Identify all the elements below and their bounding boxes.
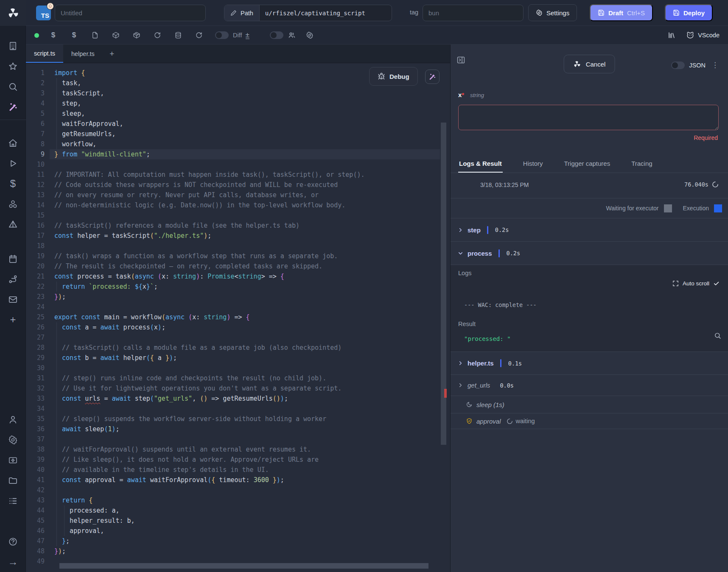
home-icon[interactable] (0, 133, 26, 153)
ai-wand-button[interactable] (425, 70, 440, 84)
dollar2-icon[interactable]: $ (64, 31, 84, 39)
add-tab-button[interactable]: + (103, 45, 121, 63)
package-icon[interactable] (105, 31, 126, 39)
run-header-row[interactable]: 3/18, 03:13:25 PM 76.040s (451, 173, 728, 198)
plus-minus-icon[interactable]: ± (246, 31, 249, 39)
gear-icon[interactable] (0, 430, 26, 450)
cubes-icon[interactable] (0, 194, 26, 214)
windmill-logo[interactable] (0, 0, 26, 26)
diff-toggle[interactable] (215, 31, 229, 39)
code-line-33[interactable]: 33 const urls = await step("get_urls", (… (26, 393, 440, 404)
code-line-9[interactable]: 9} from "windmill-client"; (26, 149, 440, 159)
code-line-16[interactable]: 16// taskScript() references a module fi… (26, 220, 440, 231)
code-line-23[interactable]: 23}); (26, 292, 440, 302)
code-line-18[interactable]: 18 (26, 241, 440, 251)
code-line-11[interactable]: 11// IMPORTANT: All computation must hap… (26, 170, 440, 180)
code-line-24[interactable]: 24 (26, 302, 440, 312)
settings-button[interactable]: Settings (528, 4, 577, 21)
code-editor[interactable]: 1import {2 task,3 taskScript,4 step,5 sl… (26, 63, 450, 572)
code-line-7[interactable]: 7 getResumeUrls, (26, 129, 440, 139)
code-line-14[interactable]: 14// non-deterministic logic (e.g. Date.… (26, 200, 440, 210)
code-line-39[interactable]: 39 // Like sleep(), it does not hold a w… (26, 455, 440, 465)
plus-icon[interactable]: + (0, 310, 26, 330)
script-name-input[interactable] (55, 5, 206, 21)
code-line-42[interactable]: 42 (26, 485, 440, 495)
help-icon[interactable] (0, 531, 26, 552)
json-toggle[interactable] (671, 61, 685, 69)
code-line-34[interactable]: 34 (26, 404, 440, 414)
code-line-13[interactable]: 13// on every resume or retry. Never put… (26, 190, 440, 200)
code-line-32[interactable]: 32 // Use it for lightweight operations … (26, 383, 440, 393)
file-icon[interactable] (84, 31, 105, 39)
code-line-12[interactable]: 12// Code outside these wrappers is NOT … (26, 180, 440, 190)
timeline-row-sleep[interactable]: sleep (1s) (451, 396, 728, 413)
collab-toggle[interactable] (270, 31, 283, 39)
timeline-row-approval[interactable]: approval waiting (451, 413, 728, 429)
timeline-row-step[interactable]: step 0.2s (451, 218, 728, 242)
code-line-41[interactable]: 41 const approval = await waitForApprova… (26, 475, 440, 485)
timeline-row-helper[interactable]: helper.ts 0.1s (451, 352, 728, 375)
code-line-5[interactable]: 5 sleep, (26, 109, 440, 119)
code-line-10[interactable]: 10 (26, 159, 440, 170)
code-line-22[interactable]: 22 return `processed: ${x}`; (26, 282, 440, 292)
code-line-26[interactable]: 26 const a = await process(x); (26, 322, 440, 332)
cycle-icon[interactable] (147, 31, 168, 39)
chevron-right-icon[interactable] (457, 360, 464, 366)
calendar-icon[interactable] (0, 248, 26, 269)
code-line-30[interactable]: 30 (26, 363, 440, 373)
dollar-icon[interactable]: $ (0, 173, 26, 194)
arrow-right-icon[interactable]: → (0, 552, 26, 572)
worker-icon[interactable] (0, 450, 26, 470)
chevron-down-icon[interactable] (457, 250, 464, 257)
debug-button[interactable]: Debug (369, 67, 418, 86)
gear-icon[interactable] (300, 31, 319, 39)
pyramid-icon[interactable] (0, 214, 26, 234)
code-line-35[interactable]: 35 // sleep() suspends the workflow serv… (26, 414, 440, 424)
code-line-17[interactable]: 17const helper = taskScript("./helper.ts… (26, 231, 440, 241)
code-line-47[interactable]: 47 }; (26, 536, 440, 546)
tab-script-ts[interactable]: script.ts (26, 45, 63, 63)
draft-button[interactable]: Draft Ctrl+S (590, 4, 653, 21)
library-icon[interactable] (668, 31, 675, 39)
star-icon[interactable] (0, 56, 26, 76)
arg-x-input[interactable] (458, 105, 719, 130)
code-line-29[interactable]: 29 const b = await helper({ a }); (26, 353, 440, 363)
code-line-4[interactable]: 4 step, (26, 98, 440, 109)
code-line-15[interactable]: 15 (26, 210, 440, 220)
tab-helper-ts[interactable]: helper.ts (63, 45, 103, 63)
code-line-6[interactable]: 6 waitForApproval, (26, 119, 440, 129)
cancel-run-button[interactable]: Cancel (564, 55, 615, 73)
kebab-menu-icon[interactable]: ⋮ (710, 61, 720, 70)
tab-history[interactable]: History (522, 160, 544, 173)
edit-path-button[interactable]: Path (224, 5, 260, 21)
code-line-44[interactable]: 44 processed: a, (26, 505, 440, 516)
code-line-25[interactable]: 25export const main = workflow(async (x:… (26, 312, 440, 322)
code-line-38[interactable]: 38 // waitForApproval() suspends until a… (26, 444, 440, 455)
code-line-27[interactable]: 27 (26, 332, 440, 343)
editor-horizontal-scrollbar[interactable] (59, 563, 428, 569)
dollar-icon[interactable]: $ (43, 31, 64, 39)
wand-icon[interactable] (0, 97, 26, 117)
autoscroll-control[interactable]: Auto scroll (672, 280, 720, 287)
panel-collapse-icon[interactable] (456, 56, 465, 66)
editor-vertical-scrollbar[interactable] (440, 63, 447, 572)
deploy-button[interactable]: Deploy (665, 4, 713, 21)
code-line-3[interactable]: 3 taskScript, (26, 88, 440, 98)
tag-input[interactable] (423, 5, 524, 21)
tab-logs-result[interactable]: Logs & Result (458, 160, 503, 173)
code-line-19[interactable]: 19// task() wraps a function as a workfl… (26, 251, 440, 261)
tab-trigger-captures[interactable]: Trigger captures (563, 160, 611, 173)
timeline-row-process[interactable]: process 0.2s (451, 242, 728, 265)
search-result-icon[interactable] (714, 332, 721, 341)
path-value[interactable]: u/rfiszel/captivating_script (260, 5, 371, 21)
chevron-right-icon[interactable] (457, 382, 464, 388)
search-icon[interactable] (0, 76, 26, 97)
code-line-20[interactable]: 20// The result is checkpointed — on ret… (26, 261, 440, 271)
code-line-46[interactable]: 46 approval, (26, 526, 440, 536)
code-line-45[interactable]: 45 helper_result: b, (26, 516, 440, 526)
package2-icon[interactable] (126, 31, 147, 39)
timeline-row-get-urls[interactable]: get_urls 0.0s (451, 375, 728, 396)
play-icon[interactable] (0, 153, 26, 173)
database-icon[interactable] (168, 31, 188, 39)
refresh-icon[interactable] (188, 31, 209, 39)
